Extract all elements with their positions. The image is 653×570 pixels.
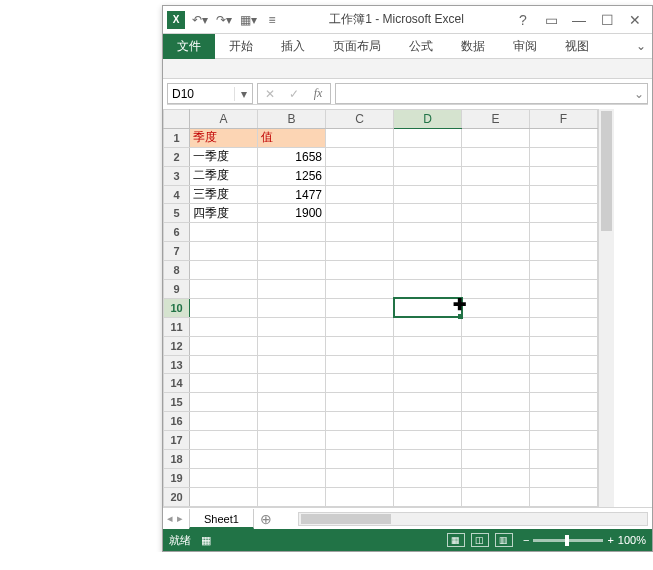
enter-formula-icon[interactable]: ✓ — [282, 87, 306, 101]
cell-F3[interactable] — [530, 166, 598, 185]
row-header-5[interactable]: 5 — [164, 204, 190, 223]
tab-review[interactable]: 审阅 — [499, 34, 551, 59]
cell-A9[interactable] — [190, 280, 258, 299]
add-sheet-icon[interactable]: ⊕ — [254, 511, 278, 527]
cell-C11[interactable] — [326, 317, 394, 336]
row-header-6[interactable]: 6 — [164, 223, 190, 242]
close-icon[interactable]: ✕ — [622, 10, 648, 30]
cell-D15[interactable] — [394, 393, 462, 412]
cell-C16[interactable] — [326, 412, 394, 431]
vertical-scrollbar[interactable] — [598, 109, 614, 507]
cell-E11[interactable] — [462, 317, 530, 336]
name-box[interactable]: ▾ — [167, 83, 253, 104]
cell-A10[interactable] — [190, 298, 258, 317]
column-header-F[interactable]: F — [530, 110, 598, 129]
cell-B8[interactable] — [258, 261, 326, 280]
zoom-out-icon[interactable]: − — [523, 534, 529, 546]
cell-F19[interactable] — [530, 468, 598, 487]
cell-E6[interactable] — [462, 223, 530, 242]
cell-C20[interactable] — [326, 487, 394, 506]
cell-C5[interactable] — [326, 204, 394, 223]
cell-E7[interactable] — [462, 242, 530, 261]
cell-E18[interactable] — [462, 450, 530, 469]
cell-D11[interactable] — [394, 317, 462, 336]
formula-input[interactable] — [336, 84, 631, 103]
cell-A6[interactable] — [190, 223, 258, 242]
cell-A20[interactable] — [190, 487, 258, 506]
cell-F2[interactable] — [530, 147, 598, 166]
zoom-slider[interactable] — [533, 539, 603, 542]
cell-A8[interactable] — [190, 261, 258, 280]
cell-D14[interactable] — [394, 374, 462, 393]
cell-E9[interactable] — [462, 280, 530, 299]
zoom-in-icon[interactable]: + — [607, 534, 613, 546]
cell-A17[interactable] — [190, 431, 258, 450]
cell-C17[interactable] — [326, 431, 394, 450]
cell-F14[interactable] — [530, 374, 598, 393]
undo-icon[interactable]: ↶▾ — [189, 10, 211, 30]
vscroll-thumb[interactable] — [601, 111, 612, 231]
tab-file[interactable]: 文件 — [163, 34, 215, 59]
ribbon-collapse-icon[interactable]: ⌄ — [630, 34, 652, 58]
cell-E12[interactable] — [462, 336, 530, 355]
cell-C9[interactable] — [326, 280, 394, 299]
column-header-A[interactable]: A — [190, 110, 258, 129]
tab-formulas[interactable]: 公式 — [395, 34, 447, 59]
view-normal-icon[interactable]: ▦ — [447, 533, 465, 547]
cell-A4[interactable]: 三季度 — [190, 185, 258, 204]
minimize-icon[interactable]: — — [566, 10, 592, 30]
cell-A2[interactable]: 一季度 — [190, 147, 258, 166]
cell-D5[interactable] — [394, 204, 462, 223]
cell-E17[interactable] — [462, 431, 530, 450]
macro-record-icon[interactable]: ▦ — [201, 534, 211, 547]
cell-E2[interactable] — [462, 147, 530, 166]
cancel-formula-icon[interactable]: ✕ — [258, 87, 282, 101]
row-header-4[interactable]: 4 — [164, 185, 190, 204]
cell-B2[interactable]: 1658 — [258, 147, 326, 166]
cell-B9[interactable] — [258, 280, 326, 299]
cell-A1[interactable]: 季度 — [190, 128, 258, 147]
cell-B13[interactable] — [258, 355, 326, 374]
grid-icon[interactable]: ▦▾ — [237, 10, 259, 30]
cell-C1[interactable] — [326, 128, 394, 147]
cell-E19[interactable] — [462, 468, 530, 487]
cell-E4[interactable] — [462, 185, 530, 204]
cell-E8[interactable] — [462, 261, 530, 280]
fx-icon[interactable]: fx — [306, 86, 330, 101]
name-box-input[interactable] — [168, 87, 234, 101]
cell-F1[interactable] — [530, 128, 598, 147]
select-all-corner[interactable] — [164, 110, 190, 129]
ribbon-display-icon[interactable]: ▭ — [538, 10, 564, 30]
cell-F10[interactable] — [530, 298, 598, 317]
cell-C3[interactable] — [326, 166, 394, 185]
hscroll-thumb[interactable] — [301, 514, 391, 524]
cell-E20[interactable] — [462, 487, 530, 506]
cell-F17[interactable] — [530, 431, 598, 450]
row-header-11[interactable]: 11 — [164, 317, 190, 336]
cell-D8[interactable] — [394, 261, 462, 280]
cell-A7[interactable] — [190, 242, 258, 261]
horizontal-scrollbar[interactable] — [298, 512, 648, 526]
cell-C7[interactable] — [326, 242, 394, 261]
column-header-D[interactable]: D — [394, 110, 462, 129]
cell-B16[interactable] — [258, 412, 326, 431]
cell-E13[interactable] — [462, 355, 530, 374]
cell-B12[interactable] — [258, 336, 326, 355]
cell-F20[interactable] — [530, 487, 598, 506]
column-header-C[interactable]: C — [326, 110, 394, 129]
row-header-16[interactable]: 16 — [164, 412, 190, 431]
row-header-2[interactable]: 2 — [164, 147, 190, 166]
cell-B20[interactable] — [258, 487, 326, 506]
cell-D2[interactable] — [394, 147, 462, 166]
cell-A15[interactable] — [190, 393, 258, 412]
cell-D9[interactable] — [394, 280, 462, 299]
row-header-17[interactable]: 17 — [164, 431, 190, 450]
zoom-knob[interactable] — [565, 535, 569, 546]
tab-view[interactable]: 视图 — [551, 34, 603, 59]
cell-A12[interactable] — [190, 336, 258, 355]
row-header-14[interactable]: 14 — [164, 374, 190, 393]
cell-C14[interactable] — [326, 374, 394, 393]
cell-D19[interactable] — [394, 468, 462, 487]
tab-data[interactable]: 数据 — [447, 34, 499, 59]
cell-B14[interactable] — [258, 374, 326, 393]
